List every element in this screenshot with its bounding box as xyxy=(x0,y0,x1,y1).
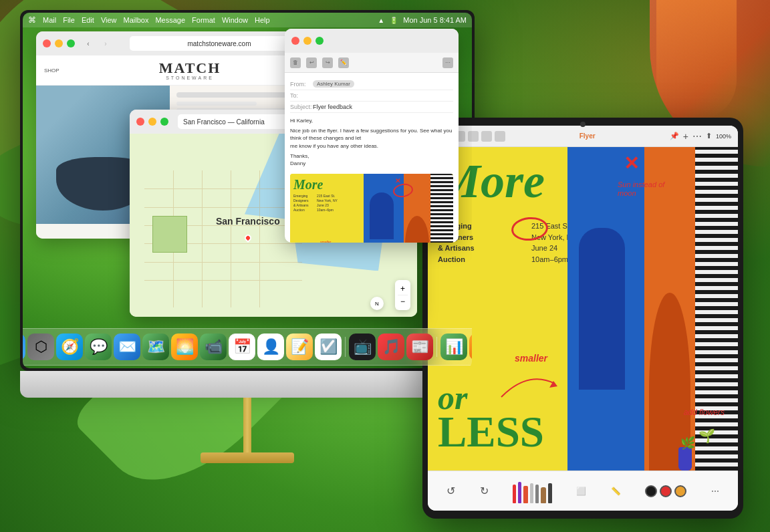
maps-minimize-button[interactable] xyxy=(148,118,156,126)
safari-close-button[interactable] xyxy=(43,39,51,47)
pen-tool-purple[interactable] xyxy=(518,482,521,503)
safari-forward-button[interactable]: › xyxy=(99,38,112,49)
mail-subject-label: Subject: xyxy=(290,104,310,110)
dock-contacts[interactable]: 👤 xyxy=(257,334,284,360)
ipad-camera xyxy=(580,122,586,127)
mail-thanks: Thanks, xyxy=(290,152,453,160)
menubar-app-name[interactable]: Mail xyxy=(43,16,56,24)
ipad-device: Done Flyer 📌 + ⋯ ⬆ 100% xyxy=(422,118,743,519)
safari-shop-nav[interactable]: SHOP xyxy=(44,68,59,74)
menubar-format[interactable]: Format xyxy=(192,16,215,24)
map-golden-gate-park xyxy=(152,216,187,253)
mail-from-field: From: Ashley Kumar xyxy=(290,78,453,90)
dock-appletv[interactable]: 📺 xyxy=(349,334,376,360)
ipad-view-icon-2[interactable] xyxy=(468,131,479,142)
menubar-window[interactable]: Window xyxy=(222,16,248,24)
ipad-more-icon[interactable]: ⋯ xyxy=(692,131,702,142)
dock-news[interactable]: 📰 xyxy=(406,334,433,360)
pen-tool-orange[interactable] xyxy=(523,486,528,503)
color-swatch-red[interactable] xyxy=(660,485,672,497)
dock-separator xyxy=(345,337,346,357)
maps-fullscreen-button[interactable] xyxy=(160,118,168,126)
ipad-stripe-panel: 🌱 xyxy=(695,147,738,471)
ipad-view-icon-4[interactable] xyxy=(495,131,505,142)
dock-pages[interactable]: 📄 xyxy=(469,334,472,360)
mail-annotation-text: smaller xyxy=(320,240,331,243)
eraser-tool[interactable] xyxy=(541,487,546,503)
mail-from-value: Ashley Kumar xyxy=(313,80,354,88)
dock-music[interactable]: 🎵 xyxy=(378,334,404,360)
ipad-redo-button[interactable]: ↻ xyxy=(480,485,489,497)
pen-tool-gray[interactable] xyxy=(530,483,533,503)
mail-reply-icon[interactable]: ↩ xyxy=(306,57,317,68)
safari-minimize-button[interactable] xyxy=(55,39,63,47)
map-zoom-in[interactable]: + xyxy=(398,283,408,295)
ipad-vase xyxy=(678,447,692,471)
dock-notes[interactable]: 📝 xyxy=(286,334,313,360)
ipad-x-annotation: ✕ xyxy=(624,152,639,174)
ipad-screen: Done Flyer 📌 + ⋯ ⬆ 100% xyxy=(428,126,738,511)
ipad-undo-button[interactable]: ↺ xyxy=(446,485,455,497)
mail-compose-icon[interactable]: ✏️ xyxy=(338,57,349,68)
ipad-add-icon[interactable]: + xyxy=(683,131,688,142)
map-zoom-controls[interactable]: + − xyxy=(395,280,410,310)
dock-calendar[interactable]: 📅 xyxy=(229,334,255,360)
dock-numbers[interactable]: 📊 xyxy=(440,334,467,360)
dock-finder[interactable]: 🔍 xyxy=(23,334,25,360)
menubar-left: ⌘ Mail File Edit View Mailbox Message Fo… xyxy=(28,15,270,25)
ipad-ruler-tool[interactable]: 📏 xyxy=(611,487,621,496)
menubar-view[interactable]: View xyxy=(101,16,117,24)
menubar-message[interactable]: Message xyxy=(155,16,185,24)
ipad-drawing-toolbar: ↺ ↻ ⬜ 📏 xyxy=(428,471,738,511)
ipad-top-icons: 📌 + ⋯ ⬆ 100% xyxy=(670,131,731,142)
dock-messages[interactable]: 💬 xyxy=(85,334,112,360)
map-zoom-out[interactable]: − xyxy=(398,295,408,307)
menubar-mailbox[interactable]: Mailbox xyxy=(124,16,149,24)
pen-tool-red[interactable] xyxy=(513,485,516,503)
apple-menu-icon[interactable]: ⌘ xyxy=(28,15,36,25)
safari-fullscreen-button[interactable] xyxy=(67,39,75,47)
map-compass[interactable]: N xyxy=(370,297,384,310)
color-swatch-orange[interactable] xyxy=(674,485,686,497)
ipad-pin-icon[interactable]: 📌 xyxy=(670,132,679,140)
mail-flyer-address: 215 East St.New York, NYJune 2310am–6pm xyxy=(317,194,338,213)
pen-tool-darkgray[interactable] xyxy=(535,485,539,503)
dock-maps[interactable]: 🗺️ xyxy=(142,334,169,360)
dock-reminders[interactable]: ☑️ xyxy=(315,334,342,360)
pen-tool-black[interactable] xyxy=(548,483,552,503)
ipad-share-icon[interactable]: ⬆ xyxy=(706,132,712,140)
menubar-file[interactable]: File xyxy=(63,16,75,24)
ipad-annotation-smaller: smaller xyxy=(515,353,547,364)
dock-facetime[interactable]: 📹 xyxy=(200,334,227,360)
mail-more-icon[interactable]: ⋯ xyxy=(442,57,453,68)
dock-launchpad[interactable]: ⬡ xyxy=(27,334,54,360)
mail-flyer-stripe-panel xyxy=(430,174,453,243)
mail-delete-icon[interactable]: 🗑 xyxy=(290,57,301,68)
mail-close-button[interactable] xyxy=(291,37,299,45)
safari-back-button[interactable]: ‹ xyxy=(82,38,95,49)
mail-fullscreen-button[interactable] xyxy=(315,37,324,45)
mail-flyer-attachment: More or LESS EmergingDesigners& Artisans… xyxy=(290,174,453,243)
ipad-lasso-tool[interactable]: ⬜ xyxy=(576,487,586,496)
product-title-placeholder xyxy=(176,92,289,98)
menubar-edit[interactable]: Edit xyxy=(82,16,94,24)
mail-flyer-door xyxy=(370,192,394,239)
maps-close-button[interactable] xyxy=(136,118,144,126)
ipad-annotation-flowers: add flowers xyxy=(684,408,725,417)
ipad-door-shape xyxy=(579,228,625,390)
color-swatch-black[interactable] xyxy=(645,485,657,497)
ipad-view-icon-3[interactable] xyxy=(481,131,492,142)
ipad-color-more-button[interactable]: ⋯ xyxy=(711,487,719,496)
ipad-document-title: Flyer xyxy=(511,132,664,140)
menubar-help[interactable]: Help xyxy=(255,16,270,24)
mail-flyer-more: More xyxy=(293,177,323,192)
ipad-annotation-sun: Sun instead of moon xyxy=(618,180,671,198)
mail-minimize-button[interactable] xyxy=(303,37,311,45)
dock-mail[interactable]: ✉️ xyxy=(114,334,140,360)
mail-forward-icon[interactable]: ↪ xyxy=(322,57,333,68)
mail-flyer-arch xyxy=(405,216,429,243)
safari-url-bar[interactable]: matchstoneware.com xyxy=(130,36,309,51)
pen-tools-group xyxy=(513,479,552,503)
dock-safari[interactable]: 🧭 xyxy=(56,334,83,360)
dock-photos[interactable]: 🌅 xyxy=(171,334,198,360)
